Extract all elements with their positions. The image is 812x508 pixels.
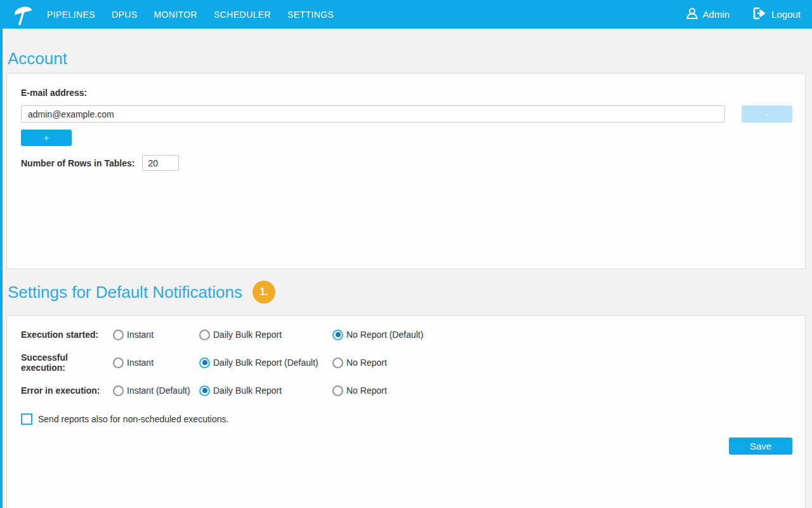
- user-icon: [685, 6, 699, 22]
- logout-icon: [752, 6, 768, 22]
- checkbox-label: Send reports also for non-scheduled exec…: [38, 414, 228, 424]
- row-label: Execution started:: [21, 330, 113, 340]
- radio-icon: [113, 358, 124, 368]
- nav-item-scheduler[interactable]: SCHEDULER: [214, 10, 271, 20]
- row-label: Successful execution:: [21, 352, 113, 373]
- notifications-panel: Execution started: Instant Daily Bulk Re…: [6, 315, 806, 508]
- radio-option-no-report[interactable]: No Report (Default): [332, 330, 423, 340]
- row-label: Error in execution:: [21, 385, 113, 396]
- page-content: Account E-mail address: - + Number of Ro…: [0, 29, 812, 508]
- add-email-button[interactable]: +: [21, 130, 72, 146]
- rows-in-tables-label: Number of Rows in Tables:: [21, 158, 134, 168]
- radio-icon: [332, 358, 343, 368]
- account-title-text: Account: [8, 49, 67, 69]
- rows-in-tables-input[interactable]: [142, 155, 179, 171]
- radio-option-no-report[interactable]: No Report: [332, 358, 387, 368]
- radio-icon: [199, 385, 210, 396]
- radio-icon: [113, 385, 124, 396]
- radio-option-instant[interactable]: Instant: [113, 358, 199, 368]
- account-section-title: Account: [8, 29, 812, 73]
- save-button[interactable]: Save: [729, 438, 792, 455]
- notifications-section-title: Settings for Default Notifications 1.: [8, 278, 812, 306]
- user-label: Admin: [703, 9, 730, 20]
- radio-icon: [199, 330, 210, 340]
- app-logo-icon[interactable]: [10, 2, 36, 27]
- top-navigation-bar: PIPELINES DPUS MONITOR SCHEDULER SETTING…: [0, 0, 812, 29]
- notification-row-execution-started: Execution started: Instant Daily Bulk Re…: [21, 328, 792, 341]
- remove-email-button[interactable]: -: [742, 105, 792, 123]
- radio-option-daily-bulk[interactable]: Daily Bulk Report (Default): [199, 358, 332, 368]
- account-panel: E-mail address: - + Number of Rows in Ta…: [6, 73, 806, 269]
- logout-button[interactable]: Logout: [752, 6, 801, 22]
- radio-option-daily-bulk[interactable]: Daily Bulk Report: [199, 330, 332, 340]
- logout-label: Logout: [771, 9, 801, 20]
- nav-item-dpus[interactable]: DPUS: [112, 10, 138, 20]
- radio-icon: [332, 330, 343, 340]
- radio-option-instant[interactable]: Instant: [113, 330, 199, 340]
- non-scheduled-reports-option[interactable]: Send reports also for non-scheduled exec…: [21, 413, 792, 425]
- radio-option-daily-bulk[interactable]: Daily Bulk Report: [199, 385, 332, 396]
- user-menu[interactable]: Admin: [685, 6, 730, 22]
- email-label: E-mail address:: [21, 88, 792, 98]
- step-badge: 1.: [252, 281, 275, 304]
- email-input[interactable]: [21, 105, 725, 123]
- radio-icon: [332, 385, 343, 396]
- checkbox-icon[interactable]: [21, 413, 32, 425]
- radio-icon: [113, 330, 124, 340]
- radio-option-instant[interactable]: Instant (Default): [113, 385, 199, 396]
- notification-row-error-in-execution: Error in execution: Instant (Default) Da…: [21, 384, 792, 397]
- nav-item-pipelines[interactable]: PIPELINES: [47, 10, 95, 20]
- nav-item-monitor[interactable]: MONITOR: [154, 10, 197, 20]
- notification-row-successful-execution: Successful execution: Instant Daily Bulk…: [21, 356, 792, 369]
- radio-option-no-report[interactable]: No Report: [332, 385, 387, 396]
- main-nav: PIPELINES DPUS MONITOR SCHEDULER SETTING…: [47, 10, 334, 20]
- nav-item-settings[interactable]: SETTINGS: [287, 10, 334, 20]
- radio-icon: [199, 358, 210, 368]
- notifications-title-text: Settings for Default Notifications: [8, 283, 242, 302]
